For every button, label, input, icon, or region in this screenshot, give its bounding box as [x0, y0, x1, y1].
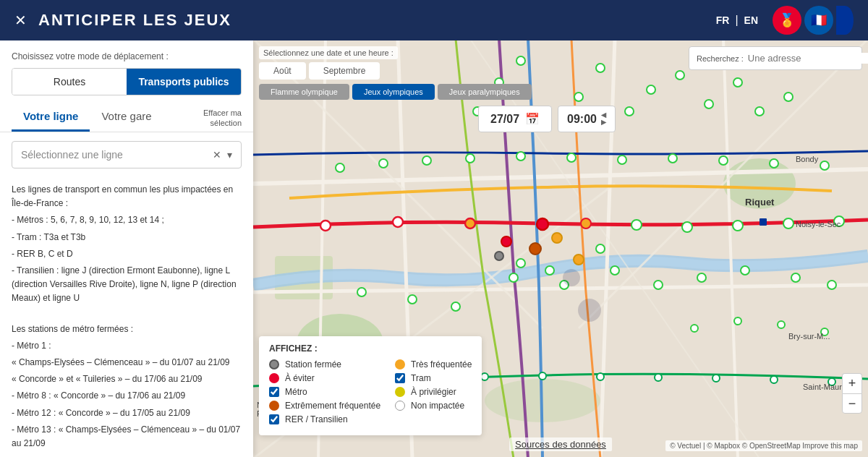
- svg-point-47: [357, 288, 366, 296]
- info-line-3: - Tram : T3a et T3b: [12, 231, 242, 244]
- sources-link[interactable]: Sources des données: [509, 437, 612, 451]
- lang-en-link[interactable]: EN: [744, 14, 758, 26]
- svg-text:Bry-sur-M...: Bry-sur-M...: [788, 332, 830, 341]
- svg-point-32: [682, 222, 692, 232]
- zoom-in-button[interactable]: +: [842, 373, 862, 393]
- svg-point-46: [610, 266, 619, 275]
- logo-partial: [836, 6, 854, 35]
- legend-title: AFFICHEZ :: [269, 343, 472, 354]
- svg-point-38: [552, 233, 562, 243]
- transport-mode-section: Choisissez votre mode de déplacement : R…: [0, 40, 253, 95]
- chevron-down-icon[interactable]: ▾: [227, 149, 232, 161]
- non-impactee-dot: [395, 401, 405, 411]
- svg-point-93: [578, 299, 601, 322]
- tab-row: Votre ligne Votre gare Effacer ma sélect…: [12, 104, 242, 132]
- legend-item-non-impactee: Non impactée: [395, 401, 472, 411]
- sidebar: Choisissez votre mode de déplacement : R…: [0, 40, 253, 457]
- svg-point-17: [422, 156, 431, 165]
- svg-point-36: [501, 236, 511, 247]
- calendar-icon[interactable]: 📅: [525, 112, 540, 126]
- svg-point-50: [654, 281, 663, 289]
- svg-point-18: [466, 154, 475, 163]
- svg-point-28: [465, 218, 475, 228]
- line-select-dropdown[interactable]: Sélectionnez une ligne ✕ ▾: [12, 141, 242, 168]
- svg-point-43: [495, 252, 503, 260]
- legend-item-metro: Métro: [269, 387, 380, 397]
- metro-checkbox[interactable]: [269, 387, 279, 397]
- month-aout-tab[interactable]: Août: [259, 62, 306, 80]
- language-switcher: FR | EN: [716, 14, 758, 27]
- line-select-icons: ✕ ▾: [213, 149, 232, 161]
- svg-point-60: [625, 107, 634, 116]
- svg-point-94: [563, 269, 580, 286]
- close-button[interactable]: ✕: [14, 12, 27, 29]
- mode-label: Choisissez votre mode de déplacement :: [12, 51, 169, 61]
- legend-item-a-eviter: À éviter: [269, 373, 380, 383]
- line-select-placeholder: Sélectionnez une ligne: [21, 149, 123, 161]
- logo-area: 🏅 🇫🇷: [773, 6, 854, 35]
- legend-item-station-fermee: Station fermée: [269, 359, 380, 370]
- time-box[interactable]: 09:00 ◀ ▶: [558, 106, 616, 132]
- clear-icon[interactable]: ✕: [213, 149, 221, 161]
- svg-point-71: [539, 372, 546, 380]
- date-selector-label: Sélectionnez une date et une heure :: [259, 46, 398, 59]
- phase-jo-tab[interactable]: Jeux olympiques: [352, 84, 435, 100]
- map-area[interactable]: Riquet Noisy-le-Sec Bondy Bry-sur-M... S…: [253, 40, 868, 457]
- clear-selection-button[interactable]: Effacer ma sélection: [203, 108, 242, 129]
- tram-checkbox[interactable]: [395, 373, 405, 383]
- tab-ligne[interactable]: Votre ligne: [12, 104, 90, 132]
- time-value: 09:00: [567, 113, 597, 126]
- lang-separator: |: [735, 14, 738, 27]
- svg-point-70: [481, 373, 488, 380]
- search-input[interactable]: [748, 53, 868, 64]
- svg-point-84: [778, 321, 785, 328]
- phase-flamme-tab[interactable]: Flamme olympique: [259, 84, 349, 100]
- search-box: Recherchez : 🔍: [689, 46, 862, 70]
- app-header: ✕ ANTICIPER LES JEUX FR | EN 🏅 🇫🇷: [0, 0, 868, 40]
- routes-button[interactable]: Routes: [12, 69, 127, 95]
- zoom-controls: + −: [842, 373, 862, 414]
- zoom-out-button[interactable]: −: [842, 393, 862, 414]
- time-arrows: ◀ ▶: [601, 112, 606, 126]
- tab-gare[interactable]: Votre gare: [90, 104, 163, 132]
- transports-button[interactable]: Transports publics: [127, 69, 241, 95]
- legend-left-col: Station fermée À éviter Métro: [269, 359, 380, 428]
- legend-item-a-privilegier: À privilégier: [395, 387, 472, 397]
- rer-checkbox[interactable]: [269, 414, 279, 424]
- svg-point-19: [516, 152, 525, 161]
- svg-point-29: [537, 218, 548, 230]
- info-line-5: - Transilien : ligne J (direction Ermont…: [12, 264, 242, 306]
- svg-rect-95: [760, 218, 767, 226]
- svg-point-37: [529, 243, 541, 255]
- lang-fr-link[interactable]: FR: [716, 14, 730, 26]
- a-eviter-label: À éviter: [285, 373, 315, 383]
- svg-text:Riquet: Riquet: [745, 197, 775, 208]
- date-box[interactable]: 27/07 📅: [478, 106, 552, 132]
- svg-point-58: [574, 93, 583, 101]
- svg-point-30: [581, 218, 591, 228]
- svg-point-22: [668, 154, 677, 163]
- svg-point-33: [733, 221, 743, 231]
- svg-point-39: [516, 259, 525, 268]
- svg-point-59: [596, 64, 605, 72]
- phase-tabs: Flamme olympique Jeux olympiques Jeux pa…: [259, 84, 532, 100]
- time-arrow-up[interactable]: ◀: [601, 112, 606, 119]
- svg-point-24: [770, 159, 778, 168]
- datetime-picker: 27/07 📅 09:00 ◀ ▶: [478, 106, 616, 132]
- svg-point-54: [827, 281, 836, 289]
- phase-jp-tab[interactable]: Jeux paralympiques: [438, 84, 532, 100]
- svg-point-49: [451, 302, 460, 311]
- info-line-4: - RER B, C et D: [12, 247, 242, 261]
- svg-text:Noisy-le-Sec: Noisy-le-Sec: [796, 220, 841, 228]
- svg-point-41: [574, 255, 584, 265]
- legend-item-tram: Tram: [395, 373, 472, 383]
- svg-point-27: [393, 217, 403, 227]
- line-select-container: Sélectionnez une ligne ✕ ▾: [0, 132, 253, 177]
- station-fermee-label: Station fermée: [285, 359, 341, 370]
- svg-point-66: [784, 93, 793, 101]
- month-septembre-tab[interactable]: Septembre: [309, 62, 380, 80]
- tres-label: Très fréquentée: [411, 359, 472, 370]
- info-line-10: - Métro 8 : « Concorde » – du 17/06 au 2…: [12, 389, 242, 403]
- mode-buttons: Routes Transports publics: [12, 68, 242, 95]
- time-arrow-down[interactable]: ▶: [601, 119, 606, 126]
